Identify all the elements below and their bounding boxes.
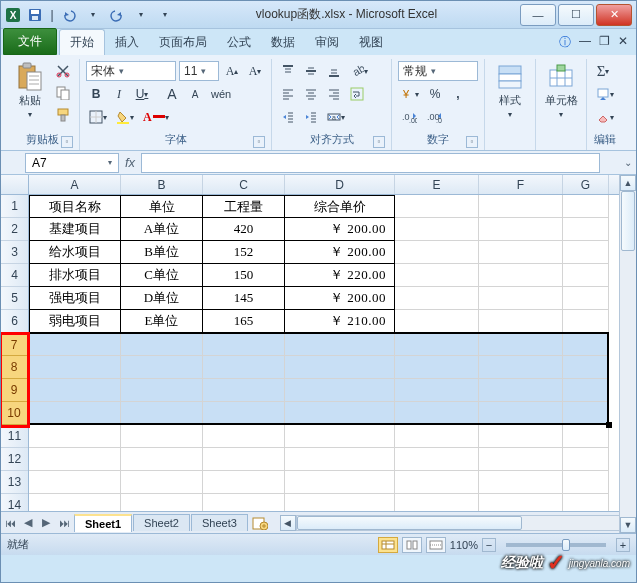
align-center-button[interactable] — [301, 84, 321, 104]
col-header-D[interactable]: D — [285, 175, 395, 194]
cell-E6[interactable] — [395, 310, 479, 333]
cell-C14[interactable] — [203, 494, 285, 511]
currency-button[interactable]: ¥▾ — [398, 84, 422, 104]
mdi-close[interactable]: ✕ — [618, 34, 628, 51]
maximize-button[interactable]: ☐ — [558, 4, 594, 26]
font-shrink-button[interactable]: A — [185, 84, 205, 104]
review-tab[interactable]: 审阅 — [305, 30, 349, 55]
cell-D11[interactable] — [285, 425, 395, 448]
italic-button[interactable]: I — [109, 84, 129, 104]
cell-F12[interactable] — [479, 448, 563, 471]
cell-C1[interactable]: 工程量 — [203, 195, 285, 218]
cell-B3[interactable]: B单位 — [121, 241, 203, 264]
col-header-G[interactable]: G — [563, 175, 609, 194]
cell-F1[interactable] — [479, 195, 563, 218]
tab-nav-next[interactable]: ▶ — [37, 514, 55, 532]
cell-E5[interactable] — [395, 287, 479, 310]
decrease-indent-button[interactable] — [278, 107, 298, 127]
wrap-text-button[interactable] — [347, 84, 367, 104]
align-right-button[interactable] — [324, 84, 344, 104]
row-header-3[interactable]: 3 — [1, 241, 28, 264]
cell-D13[interactable] — [285, 471, 395, 494]
sheet-tab-1[interactable]: Sheet1 — [74, 514, 132, 532]
cell-A14[interactable] — [29, 494, 121, 511]
hscroll-thumb[interactable] — [297, 516, 523, 530]
row-header-1[interactable]: 1 — [1, 195, 28, 218]
increase-decimal-button[interactable]: .0.00 — [398, 107, 420, 127]
cell-E14[interactable] — [395, 494, 479, 511]
sheet-tab-2[interactable]: Sheet2 — [133, 514, 190, 531]
cell-F5[interactable] — [479, 287, 563, 310]
clipboard-launcher[interactable]: ▫ — [61, 136, 73, 148]
cell-C6[interactable]: 165 — [203, 310, 285, 333]
cell-C4[interactable]: 150 — [203, 264, 285, 287]
autosum-button[interactable]: Σ▾ — [593, 61, 613, 81]
col-header-C[interactable]: C — [203, 175, 285, 194]
styles-button[interactable]: 样式 ▾ — [491, 61, 529, 121]
number-format-combo[interactable]: 常规▾ — [398, 61, 478, 81]
cell-B11[interactable] — [121, 425, 203, 448]
align-top-button[interactable] — [278, 61, 298, 81]
name-box[interactable]: A7▾ — [25, 153, 119, 173]
row-header-9[interactable]: 9 — [1, 379, 29, 402]
format-painter-button[interactable] — [53, 105, 73, 125]
tab-nav-prev[interactable]: ◀ — [19, 514, 37, 532]
help-icon[interactable]: ⓘ — [559, 34, 571, 51]
cell-D6[interactable]: ￥ 210.00 — [285, 310, 395, 333]
horizontal-scrollbar[interactable] — [296, 515, 620, 531]
cell-C12[interactable] — [203, 448, 285, 471]
cell-G9[interactable] — [563, 379, 609, 402]
cell-E4[interactable] — [395, 264, 479, 287]
cell-C9[interactable] — [203, 379, 285, 402]
cell-F4[interactable] — [479, 264, 563, 287]
cell-A9[interactable] — [29, 379, 121, 402]
cell-F7[interactable] — [479, 333, 563, 356]
font-size-combo[interactable]: 11▾ — [179, 61, 219, 81]
increase-indent-button[interactable] — [301, 107, 321, 127]
cell-B8[interactable] — [121, 356, 203, 379]
decrease-decimal-button[interactable]: .00.0 — [423, 107, 445, 127]
decrease-font-button[interactable]: A▾ — [245, 61, 265, 81]
cell-F10[interactable] — [479, 402, 563, 425]
new-sheet-button[interactable] — [250, 515, 270, 531]
cell-E13[interactable] — [395, 471, 479, 494]
cell-G6[interactable] — [563, 310, 609, 333]
redo-button[interactable] — [107, 5, 127, 25]
col-header-B[interactable]: B — [121, 175, 203, 194]
view-layout-button[interactable] — [402, 537, 422, 553]
cell-G10[interactable] — [563, 402, 609, 425]
align-middle-button[interactable] — [301, 61, 321, 81]
merge-center-button[interactable]: a▾ — [324, 107, 348, 127]
cell-G12[interactable] — [563, 448, 609, 471]
cell-G7[interactable] — [563, 333, 609, 356]
cell-A13[interactable] — [29, 471, 121, 494]
cell-D12[interactable] — [285, 448, 395, 471]
cell-D1[interactable]: 综合单价 — [285, 195, 395, 218]
cell-E8[interactable] — [395, 356, 479, 379]
cell-A5[interactable]: 强电项目 — [29, 287, 121, 310]
insert-tab[interactable]: 插入 — [105, 30, 149, 55]
redo-dropdown[interactable]: ▾ — [131, 5, 151, 25]
formula-bar-expand[interactable]: ⌄ — [620, 157, 636, 168]
tab-nav-last[interactable]: ⏭ — [55, 514, 73, 532]
cell-C13[interactable] — [203, 471, 285, 494]
phonetic-button[interactable]: wén — [208, 84, 234, 104]
close-button[interactable]: ✕ — [596, 4, 632, 26]
zoom-thumb[interactable] — [562, 539, 570, 551]
cell-A8[interactable] — [29, 356, 121, 379]
cell-E7[interactable] — [395, 333, 479, 356]
data-tab[interactable]: 数据 — [261, 30, 305, 55]
cell-G11[interactable] — [563, 425, 609, 448]
cell-F2[interactable] — [479, 218, 563, 241]
cell-C10[interactable] — [203, 402, 285, 425]
cell-G3[interactable] — [563, 241, 609, 264]
cell-A2[interactable]: 基建项目 — [29, 218, 121, 241]
vertical-scrollbar[interactable]: ▲ ▼ — [619, 195, 636, 511]
cell-C8[interactable] — [203, 356, 285, 379]
col-header-A[interactable]: A — [29, 175, 121, 194]
row-header-12[interactable]: 12 — [1, 448, 28, 471]
row-header-6[interactable]: 6 — [1, 310, 28, 333]
vscroll-thumb[interactable] — [621, 195, 635, 251]
cell-A7[interactable] — [29, 333, 121, 356]
cell-A10[interactable] — [29, 402, 121, 425]
